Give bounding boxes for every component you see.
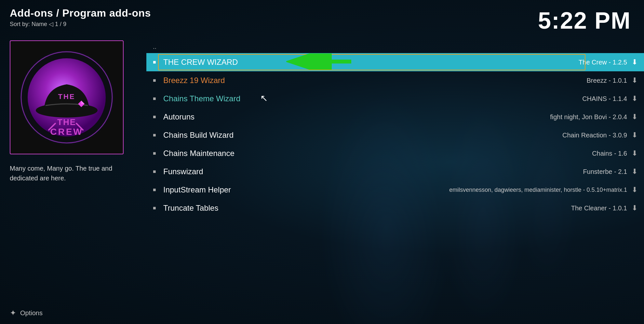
addon-description: Many come, Many go. The true and dedicat… (10, 163, 124, 183)
list-item[interactable]: ■ Chains Theme Wizard CHAINS - 1.1.4 ⬇ (146, 90, 644, 108)
download-icon: ⬇ (632, 204, 637, 212)
right-panel: .. ■ THE CREW WIZARD (140, 37, 644, 324)
item-name: Truncate Tables (163, 204, 571, 213)
header-right: 5:22 PM (538, 7, 631, 34)
item-version: Funsterbe - 2.1 (583, 168, 627, 176)
item-version: Breezz - 1.0.1 (586, 77, 627, 84)
download-icon: ⬇ (632, 131, 637, 139)
main-container: Add-ons / Program add-ons Sort by: Name … (0, 0, 644, 324)
options-bar[interactable]: ✦ Options (10, 308, 43, 317)
list-item[interactable]: ■ Funswizard Funsterbe - 2.1 ⬇ (146, 162, 644, 181)
list-bullet: ■ (153, 114, 158, 120)
item-version: The Crew - 1.2.5 (579, 59, 627, 66)
page-title: Add-ons / Program add-ons (10, 7, 151, 19)
left-panel: THE THE CREW Many come, Many go. The tru… (0, 37, 140, 324)
addon-thumbnail: THE THE CREW (10, 40, 124, 154)
back-item[interactable]: .. (146, 40, 644, 53)
list-bullet: ■ (153, 132, 158, 138)
download-icon: ⬇ (632, 149, 637, 158)
item-version: emilsvennesson, dagwieers, mediaminister… (449, 187, 627, 193)
list-bullet: ■ (153, 150, 158, 156)
options-label: Options (20, 309, 43, 317)
item-version: The Cleaner - 1.0.1 (571, 204, 627, 212)
item-version: fight night, Jon Bovi - 2.0.4 (550, 113, 627, 121)
item-version: Chain Reaction - 3.0.9 (562, 132, 627, 139)
list-bullet: ■ (153, 187, 158, 193)
list-item[interactable]: ■ Truncate Tables The Cleaner - 1.0.1 ⬇ (146, 199, 644, 217)
item-name: InputStream Helper (163, 185, 449, 194)
header-left: Add-ons / Program add-ons Sort by: Name … (10, 7, 151, 28)
item-name: Chains Maintenance (163, 149, 592, 158)
item-name: Funswizard (163, 167, 583, 176)
content-area: THE THE CREW Many come, Many go. The tru… (0, 37, 644, 324)
crew-logo-svg: THE THE CREW (18, 49, 115, 146)
list-bullet: ■ (153, 169, 158, 175)
item-name: Chains Theme Wizard (163, 94, 582, 103)
list-item[interactable]: ■ Chains Build Wizard Chain Reaction - 3… (146, 126, 644, 144)
item-name: Breezz 19 Wizard (163, 76, 586, 85)
item-name: THE CREW WIZARD (163, 58, 579, 67)
clock: 5:22 PM (538, 7, 631, 34)
list-item[interactable]: ■ Breezz 19 Wizard Breezz - 1.0.1 ⬇ (146, 71, 644, 90)
download-icon: ⬇ (632, 167, 637, 176)
download-icon: ⬇ (632, 94, 637, 103)
sort-info: Sort by: Name ◁ 1 / 9 (10, 21, 151, 28)
item-version: CHAINS - 1.1.4 (582, 95, 627, 103)
item-name: Chains Build Wizard (163, 131, 562, 140)
list-item[interactable]: ■ Chains Maintenance Chains - 1.6 ⬇ (146, 144, 644, 162)
list-item[interactable]: ■ InputStream Helper emilsvennesson, dag… (146, 181, 644, 199)
list-bullet: ■ (153, 77, 158, 83)
download-icon: ⬇ (632, 58, 637, 66)
header: Add-ons / Program add-ons Sort by: Name … (0, 0, 644, 37)
download-icon: ⬇ (632, 76, 637, 85)
list-bullet: ■ (153, 96, 158, 102)
svg-text:THE: THE (57, 117, 76, 127)
list-bullet: ■ (153, 205, 158, 211)
download-icon: ⬇ (632, 113, 637, 121)
download-icon: ⬇ (632, 186, 637, 194)
options-icon: ✦ (10, 308, 16, 317)
list-item[interactable]: ■ THE CREW WIZARD The Crew - (146, 53, 644, 71)
item-version: Chains - 1.6 (592, 150, 627, 157)
list-bullet: ■ (153, 59, 158, 65)
svg-text:THE: THE (58, 92, 75, 101)
svg-text:CREW: CREW (50, 127, 83, 137)
list-item[interactable]: ■ Autoruns fight night, Jon Bovi - 2.0.4… (146, 108, 644, 126)
item-name: Autoruns (163, 112, 550, 121)
